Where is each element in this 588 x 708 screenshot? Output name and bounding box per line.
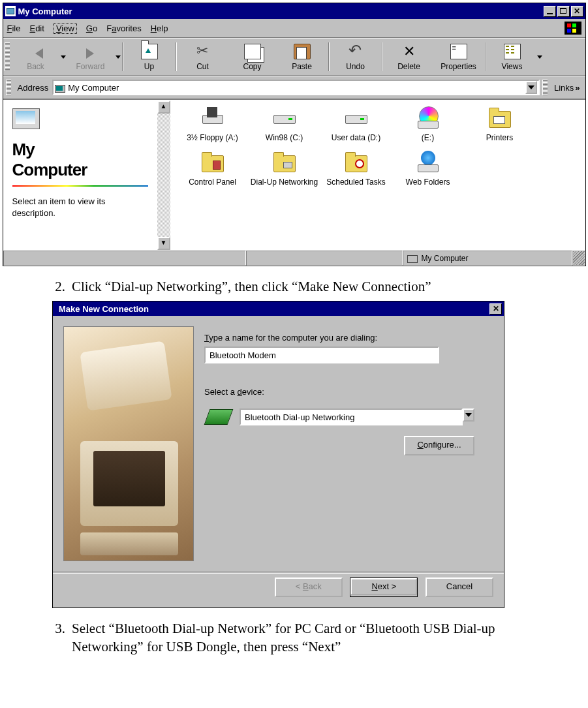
copy-button[interactable]: Copy: [228, 41, 277, 72]
dial-up-folder-icon: [273, 150, 296, 174]
my-computer-window: My Computer ✕ File Edit View Go Favorite…: [3, 3, 586, 266]
up-button[interactable]: Up: [125, 41, 174, 72]
paste-button[interactable]: Paste: [277, 41, 327, 72]
web-folders-icon: [416, 150, 440, 174]
wizard-side-image: [63, 326, 194, 561]
menu-edit[interactable]: Edit: [29, 23, 44, 33]
control-panel[interactable]: Control Panel: [177, 150, 249, 187]
step-text: Select “Bluetooth Dial-up Network” for P…: [72, 620, 565, 656]
info-description: Select an item to view its description.: [12, 196, 148, 219]
step-number: 2.: [46, 278, 65, 296]
client-area: MyComputer Select an item to view its de…: [3, 100, 585, 250]
drive-e[interactable]: (E:): [392, 106, 464, 142]
instruction-step-2: 2. Click “Dial-up Networking”, then clic…: [46, 278, 565, 296]
step-text: Click “Dial-up Networking”, then click “…: [72, 278, 431, 296]
dial-up-networking[interactable]: Dial-Up Networking: [249, 150, 320, 187]
scroll-track[interactable]: [157, 114, 170, 237]
info-heading: MyComputer: [12, 140, 148, 180]
back-button[interactable]: Back: [11, 41, 61, 72]
rebar-grip[interactable]: [542, 80, 548, 95]
menu-favorites[interactable]: Favorites: [106, 23, 141, 33]
printers-folder-icon: [488, 106, 512, 129]
floppy-drive-icon: [201, 106, 224, 129]
hard-drive-icon: [345, 106, 368, 129]
system-menu-icon[interactable]: [5, 6, 16, 16]
dialog-title: Make New Connection: [59, 304, 489, 314]
printers-folder[interactable]: Printers: [464, 106, 536, 142]
back-dropdown-icon[interactable]: [61, 55, 66, 72]
close-button[interactable]: ✕: [489, 303, 502, 315]
scheduled-tasks-folder-icon: [345, 150, 368, 174]
menu-file[interactable]: File: [7, 23, 21, 33]
cancel-button[interactable]: Cancel: [426, 577, 493, 597]
address-dropdown-button[interactable]: [525, 81, 537, 94]
status-bar: My Computer: [3, 250, 585, 266]
name-label: Type a name for the computer you are dia…: [204, 333, 493, 343]
make-new-connection-dialog: Make New Connection ✕ Type a name for th…: [52, 301, 504, 608]
form-column: Type a name for the computer you are dia…: [204, 326, 493, 561]
dialog-button-row: < Back Next > Cancel: [53, 572, 504, 608]
device-label: Select a device:: [204, 387, 493, 397]
rebar-grip[interactable]: [6, 80, 11, 95]
my-computer-icon: [55, 82, 65, 93]
undo-button[interactable]: Undo: [331, 41, 380, 72]
scroll-down-button[interactable]: ▼: [157, 237, 170, 250]
resize-grip[interactable]: [572, 251, 585, 266]
icon-area[interactable]: 3½ Floppy (A:) Win98 (C:) User data (D:)…: [170, 100, 585, 250]
scroll-up-button[interactable]: ▲: [157, 100, 170, 114]
my-computer-small-icon: [407, 254, 418, 263]
instruction-step-3: 3. Select “Bluetooth Dial-up Network” fo…: [46, 620, 565, 656]
titlebar[interactable]: Make New Connection ✕: [53, 301, 504, 316]
menu-view[interactable]: View: [54, 23, 77, 34]
drive-c[interactable]: Win98 (C:): [249, 106, 320, 142]
drive-d[interactable]: User data (D:): [320, 106, 392, 142]
forward-button[interactable]: Forward: [66, 41, 116, 72]
configure-button[interactable]: Configure...: [404, 436, 474, 455]
status-cell-1: [3, 251, 246, 266]
modem-device-icon: [204, 407, 233, 427]
device-dropdown-button[interactable]: [463, 408, 474, 422]
web-folders[interactable]: Web Folders: [392, 150, 464, 187]
drive-floppy-a[interactable]: 3½ Floppy (A:): [177, 106, 249, 142]
cd-drive-icon: [416, 106, 440, 129]
address-label: Address: [18, 83, 49, 93]
status-cell-2: [246, 251, 403, 266]
info-pane: MyComputer Select an item to view its de…: [3, 100, 157, 250]
minimize-button[interactable]: [544, 6, 556, 17]
delete-button[interactable]: Delete: [384, 41, 434, 72]
window-title: My Computer: [18, 7, 544, 16]
address-combo[interactable]: My Computer: [52, 80, 540, 95]
scheduled-tasks[interactable]: Scheduled Tasks: [320, 150, 392, 187]
address-bar: Address My Computer Links: [3, 76, 585, 100]
connection-name-input[interactable]: [204, 346, 439, 363]
menubar: File Edit View Go Favorites Help: [3, 19, 585, 38]
dialog-body: Type a name for the computer you are dia…: [53, 316, 504, 572]
views-dropdown-icon[interactable]: [537, 55, 542, 72]
hard-drive-icon: [273, 106, 296, 129]
info-pane-scrollbar[interactable]: ▲ ▼: [157, 100, 170, 250]
step-number: 3.: [46, 620, 65, 656]
maximize-button[interactable]: [557, 6, 570, 17]
links-button[interactable]: Links: [551, 82, 583, 94]
device-combo[interactable]: [240, 408, 474, 425]
views-button[interactable]: Views: [487, 41, 537, 72]
windows-logo-icon: [565, 22, 581, 35]
address-value: My Computer: [68, 83, 525, 93]
my-computer-large-icon: [12, 107, 41, 132]
rebar-grip[interactable]: [5, 42, 10, 71]
cut-button[interactable]: Cut: [178, 41, 228, 72]
properties-button[interactable]: Properties: [434, 41, 484, 72]
toolbar: Back Forward Up Cut Copy Paste Undo Dele…: [3, 38, 585, 76]
divider-rainbow: [12, 185, 148, 187]
status-cell-zone: My Computer: [403, 251, 572, 266]
titlebar[interactable]: My Computer ✕: [3, 3, 585, 19]
next-button[interactable]: Next >: [350, 577, 418, 597]
close-button[interactable]: ✕: [571, 6, 583, 17]
menu-help[interactable]: Help: [151, 23, 168, 33]
device-value[interactable]: [240, 408, 463, 425]
back-button: < Back: [275, 577, 343, 597]
menu-go[interactable]: Go: [86, 23, 97, 33]
forward-dropdown-icon[interactable]: [116, 55, 121, 72]
control-panel-folder-icon: [201, 150, 224, 174]
